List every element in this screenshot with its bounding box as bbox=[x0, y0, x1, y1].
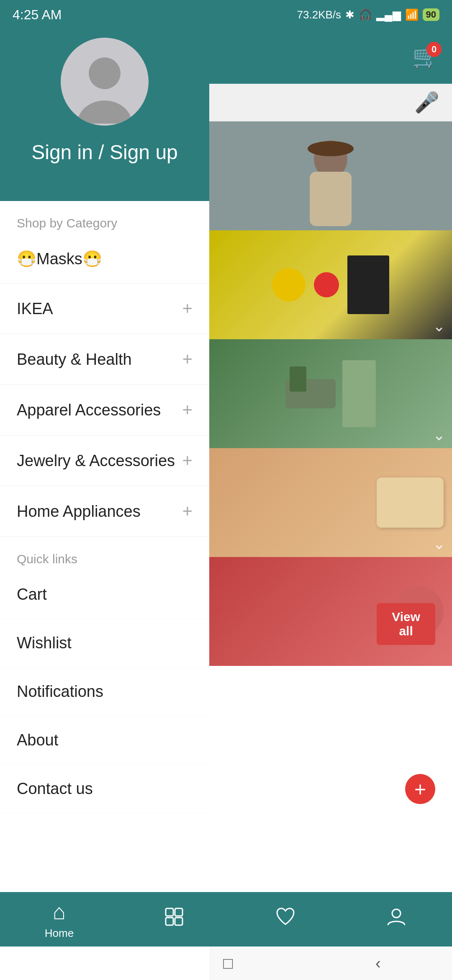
quicklink-contact[interactable]: Contact us bbox=[0, 765, 209, 813]
network-speed: 73.2KB/s bbox=[297, 8, 342, 21]
expand-icon-jewelry: + bbox=[182, 451, 193, 471]
product-images: ⌄ ⌄ ⌄ bbox=[209, 121, 452, 666]
status-icons: 73.2KB/s ✱ 🎧 ▂▄▆ 📶 90 bbox=[297, 8, 439, 21]
bottom-nav: ⌂ Home bbox=[0, 892, 452, 946]
nav-item-home[interactable]: ⌂ Home bbox=[45, 899, 74, 940]
product-image-4: ⌄ bbox=[209, 448, 452, 557]
chevron-down-icon-3: ⌄ bbox=[433, 426, 445, 444]
drawer-header: Sign in / Sign up bbox=[0, 0, 209, 201]
drawer-body: Shop by Category 😷Masks😷 IKEA + Beauty &… bbox=[0, 201, 209, 813]
status-time: 4:25 AM bbox=[13, 7, 62, 23]
svg-rect-9 bbox=[175, 918, 182, 925]
svg-point-10 bbox=[392, 909, 401, 918]
profile-icon bbox=[385, 906, 407, 933]
category-label-apparel: Apparel Accessories bbox=[17, 401, 161, 419]
category-item-ikea[interactable]: IKEA + bbox=[0, 284, 209, 334]
svg-point-4 bbox=[89, 57, 121, 89]
profile-svg bbox=[385, 906, 407, 928]
svg-rect-6 bbox=[166, 908, 173, 916]
app-content: 🛒 0 🎤 bbox=[209, 29, 452, 930]
quicklink-wishlist[interactable]: Wishlist bbox=[0, 619, 209, 668]
search-bar[interactable]: 🎤 bbox=[209, 84, 452, 121]
heart-svg bbox=[275, 906, 296, 928]
add-fab-button[interactable]: + bbox=[405, 774, 435, 804]
svg-rect-1 bbox=[310, 172, 352, 226]
category-item-masks[interactable]: 😷Masks😷 bbox=[0, 235, 209, 284]
wifi-icon: 📶 bbox=[405, 8, 419, 21]
category-label-masks: 😷Masks😷 bbox=[17, 250, 102, 268]
quicklink-contact-label: Contact us bbox=[17, 780, 93, 797]
shop-by-category-label: Shop by Category bbox=[0, 201, 209, 235]
product-image-2: ⌄ bbox=[209, 230, 452, 339]
home-icon: ⌂ bbox=[53, 899, 66, 924]
quicklink-notifications-label: Notifications bbox=[17, 683, 103, 700]
system-home-icon[interactable]: □ bbox=[223, 954, 233, 972]
signin-button[interactable]: Sign in / Sign up bbox=[31, 141, 178, 164]
quicklink-notifications[interactable]: Notifications bbox=[0, 668, 209, 716]
microphone-icon[interactable]: 🎤 bbox=[414, 91, 439, 114]
product-image-3: ⌄ bbox=[209, 339, 452, 448]
quicklink-wishlist-label: Wishlist bbox=[17, 634, 72, 652]
svg-rect-8 bbox=[166, 918, 173, 925]
quicklink-about[interactable]: About bbox=[0, 716, 209, 765]
product-image-5: View all bbox=[209, 557, 452, 666]
nav-item-wishlist[interactable] bbox=[275, 906, 296, 933]
cart-icon-wrap[interactable]: 🛒 0 bbox=[412, 44, 439, 70]
expand-icon-appliances: + bbox=[182, 501, 193, 521]
side-drawer: Sign in / Sign up Shop by Category 😷Mask… bbox=[0, 0, 209, 980]
chevron-down-icon-4: ⌄ bbox=[433, 535, 445, 553]
nav-label-home: Home bbox=[45, 927, 74, 940]
quick-links-label: Quick links bbox=[0, 537, 209, 570]
quicklink-cart[interactable]: Cart bbox=[0, 570, 209, 619]
category-item-apparel[interactable]: Apparel Accessories + bbox=[0, 385, 209, 436]
avatar[interactable] bbox=[61, 38, 149, 126]
expand-icon-apparel: + bbox=[182, 400, 193, 420]
avatar-svg bbox=[63, 40, 146, 124]
category-label-beauty: Beauty & Health bbox=[17, 351, 132, 369]
status-bar: 4:25 AM 73.2KB/s ✱ 🎧 ▂▄▆ 📶 90 bbox=[0, 0, 452, 29]
heart-icon bbox=[275, 906, 296, 933]
expand-icon-beauty: + bbox=[182, 349, 193, 369]
expand-icon-ikea: + bbox=[182, 299, 193, 319]
quicklink-about-label: About bbox=[17, 731, 58, 749]
category-label-ikea: IKEA bbox=[17, 300, 53, 318]
battery-indicator: 90 bbox=[423, 8, 439, 21]
category-item-appliances[interactable]: Home Appliances + bbox=[0, 486, 209, 537]
cart-badge: 0 bbox=[426, 42, 442, 57]
headphone-icon: 🎧 bbox=[359, 8, 372, 21]
product-image-1 bbox=[209, 121, 452, 230]
catalog-svg bbox=[163, 906, 185, 928]
category-item-beauty[interactable]: Beauty & Health + bbox=[0, 334, 209, 385]
app-header: 🛒 0 bbox=[209, 29, 452, 84]
bluetooth-icon: ✱ bbox=[345, 8, 354, 21]
category-label-appliances: Home Appliances bbox=[17, 503, 141, 521]
svg-rect-7 bbox=[175, 908, 182, 916]
product-scene-1 bbox=[209, 121, 452, 230]
quicklink-cart-label: Cart bbox=[17, 585, 47, 603]
view-all-button[interactable]: View all bbox=[377, 603, 435, 645]
chevron-down-icon-2: ⌄ bbox=[433, 317, 445, 335]
category-item-jewelry[interactable]: Jewelry & Accessories + bbox=[0, 436, 209, 486]
catalog-icon bbox=[163, 906, 185, 933]
person-svg-1 bbox=[297, 126, 364, 226]
nav-item-profile[interactable] bbox=[385, 906, 407, 933]
category-label-jewelry: Jewelry & Accessories bbox=[17, 452, 175, 470]
nav-item-catalog[interactable] bbox=[163, 906, 185, 933]
svg-point-2 bbox=[308, 141, 354, 156]
signal-icon: ▂▄▆ bbox=[376, 8, 401, 21]
system-back-icon[interactable]: ‹ bbox=[375, 954, 381, 972]
